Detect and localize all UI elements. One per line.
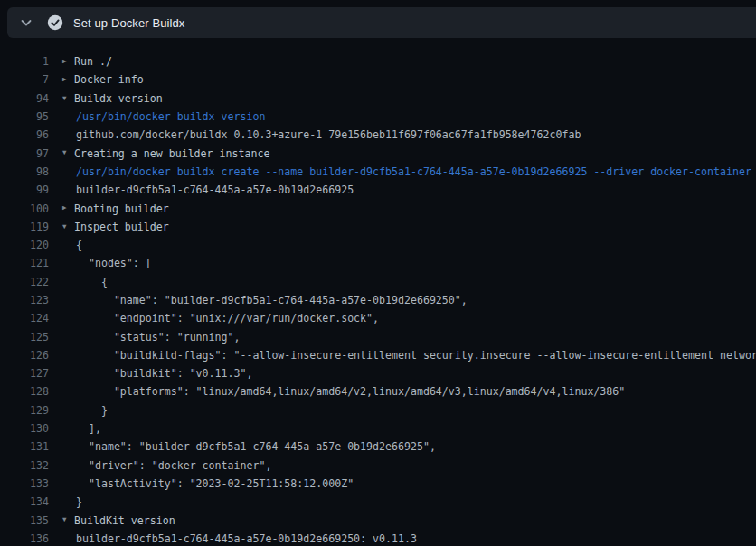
log-text: /usr/bin/docker buildx version [76, 110, 265, 123]
log-group-header[interactable]: 7 ▶ Docker info [0, 71, 756, 89]
line-number[interactable]: 121 [0, 257, 49, 269]
log-text: ], [76, 422, 101, 435]
line-number[interactable]: 136 [0, 532, 49, 545]
line-number[interactable]: 126 [0, 349, 49, 362]
log-text: Run ./ [74, 55, 112, 68]
log-group-header[interactable]: 1 ▶ Run ./ [0, 52, 756, 71]
log-line: 123 "name": "builder-d9cfb5a1-c764-445a-… [0, 291, 756, 309]
log-text: builder-d9cfb5a1-c764-445a-a57e-0b19d2e6… [76, 532, 417, 545]
line-number[interactable]: 99 [0, 184, 49, 196]
log-text: "endpoint": "unix:///var/run/docker.sock… [76, 312, 379, 325]
triangle-down-icon: ▼ [62, 144, 74, 162]
line-number[interactable]: 134 [0, 495, 49, 508]
line-number[interactable]: 130 [0, 422, 49, 435]
log-text: "name": "builder-d9cfb5a1-c764-445a-a57e… [76, 440, 436, 453]
triangle-right-icon: ▶ [62, 71, 74, 89]
log-line: 124 "endpoint": "unix:///var/run/docker.… [0, 309, 756, 327]
log-line: 98 /usr/bin/docker buildx create --name … [0, 163, 756, 181]
check-circle-icon [47, 14, 63, 31]
log-line: 99 builder-d9cfb5a1-c764-445a-a57e-0b19d… [0, 181, 756, 199]
log-line: 122 { [0, 273, 756, 291]
log-text: "name": "builder-d9cfb5a1-c764-445a-a57e… [76, 294, 468, 306]
log-text: "nodes": [ [76, 257, 152, 269]
line-number[interactable]: 119 [0, 221, 49, 233]
line-number[interactable]: 132 [0, 459, 49, 472]
step-title: Set up Docker Buildx [73, 16, 184, 30]
log-line: 128 "platforms": "linux/amd64,linux/amd6… [0, 382, 756, 400]
log-text: Docker info [74, 73, 144, 86]
log-text: "buildkit": "v0.11.3", [76, 367, 252, 380]
line-number[interactable]: 127 [0, 367, 49, 380]
log-text: Creating a new builder instance [74, 147, 269, 160]
log-line: 121 "nodes": [ [0, 254, 756, 272]
line-number[interactable]: 98 [0, 165, 49, 178]
line-number[interactable]: 95 [0, 110, 49, 123]
line-number[interactable]: 125 [0, 331, 49, 344]
log-text: Inspect builder [74, 221, 169, 233]
line-number[interactable]: 128 [0, 385, 49, 398]
log-line: 96 github.com/docker/buildx 0.10.3+azure… [0, 126, 756, 144]
log-text: { [76, 276, 108, 288]
log-line: 129 } [0, 401, 756, 419]
line-number[interactable]: 96 [0, 128, 49, 141]
log-text: BuildKit version [74, 514, 175, 527]
chevron-down-icon[interactable] [19, 15, 33, 30]
log-group-header[interactable]: 94 ▼ Buildx version [0, 89, 756, 108]
log-group-header[interactable]: 119 ▼ Inspect builder [0, 218, 756, 236]
log-group-header[interactable]: 97 ▼ Creating a new builder instance [0, 144, 756, 162]
log-line: 133 "lastActivity": "2023-02-25T11:58:12… [0, 475, 756, 493]
log-text: { [76, 239, 82, 251]
line-number[interactable]: 124 [0, 312, 49, 325]
log-text: "buildkitd-flags": "--allow-insecure-ent… [76, 349, 756, 362]
triangle-down-icon: ▼ [62, 511, 74, 529]
line-number[interactable]: 100 [0, 202, 49, 215]
log-text: "driver": "docker-container", [76, 459, 271, 472]
log-group-header[interactable]: 135 ▼ BuildKit version [0, 511, 756, 529]
line-number[interactable]: 135 [0, 514, 49, 527]
triangle-down-icon: ▼ [62, 89, 74, 108]
log-text: Booting builder [74, 202, 169, 215]
log-text: "lastActivity": "2023-02-25T11:58:12.000… [76, 477, 354, 490]
log-line: 127 "buildkit": "v0.11.3", [0, 364, 756, 382]
line-number[interactable]: 97 [0, 147, 49, 160]
log-text: "platforms": "linux/amd64,linux/amd64/v2… [76, 385, 625, 398]
log-text: github.com/docker/buildx 0.10.3+azure-1 … [76, 128, 581, 141]
log-line: 125 "status": "running", [0, 327, 756, 345]
line-number[interactable]: 120 [0, 239, 49, 251]
triangle-right-icon: ▶ [62, 199, 74, 217]
log-text: } [76, 404, 108, 417]
log-line: 136 builder-d9cfb5a1-c764-445a-a57e-0b19… [0, 530, 756, 546]
line-number[interactable]: 94 [0, 92, 49, 105]
line-number[interactable]: 1 [0, 55, 49, 68]
log-line: 130 ], [0, 419, 756, 438]
line-number[interactable]: 133 [0, 477, 49, 490]
log-lines: 1 ▶ Run ./ 7 ▶ Docker info 94 ▼ Buildx v… [0, 38, 756, 546]
log-line: 132 "driver": "docker-container", [0, 457, 756, 475]
log-line: 134 } [0, 493, 756, 511]
log-line: 120 { [0, 236, 756, 254]
line-number[interactable]: 122 [0, 276, 49, 288]
log-text: builder-d9cfb5a1-c764-445a-a57e-0b19d2e6… [76, 184, 354, 196]
log-text: Buildx version [74, 92, 163, 105]
log-line: 131 "name": "builder-d9cfb5a1-c764-445a-… [0, 438, 756, 456]
log-text: } [76, 495, 82, 508]
log-line: 126 "buildkitd-flags": "--allow-insecure… [0, 346, 756, 364]
line-number[interactable]: 123 [0, 294, 49, 306]
line-number[interactable]: 129 [0, 404, 49, 417]
line-number[interactable]: 131 [0, 440, 49, 453]
log-line: 95 /usr/bin/docker buildx version [0, 108, 756, 126]
triangle-right-icon: ▶ [62, 52, 74, 71]
line-number[interactable]: 7 [0, 73, 49, 86]
log-group-header[interactable]: 100 ▶ Booting builder [0, 199, 756, 217]
log-text: "status": "running", [76, 331, 240, 344]
triangle-down-icon: ▼ [62, 218, 74, 236]
step-header[interactable]: Set up Docker Buildx [7, 7, 756, 38]
log-text: /usr/bin/docker buildx create --name bui… [76, 165, 751, 178]
